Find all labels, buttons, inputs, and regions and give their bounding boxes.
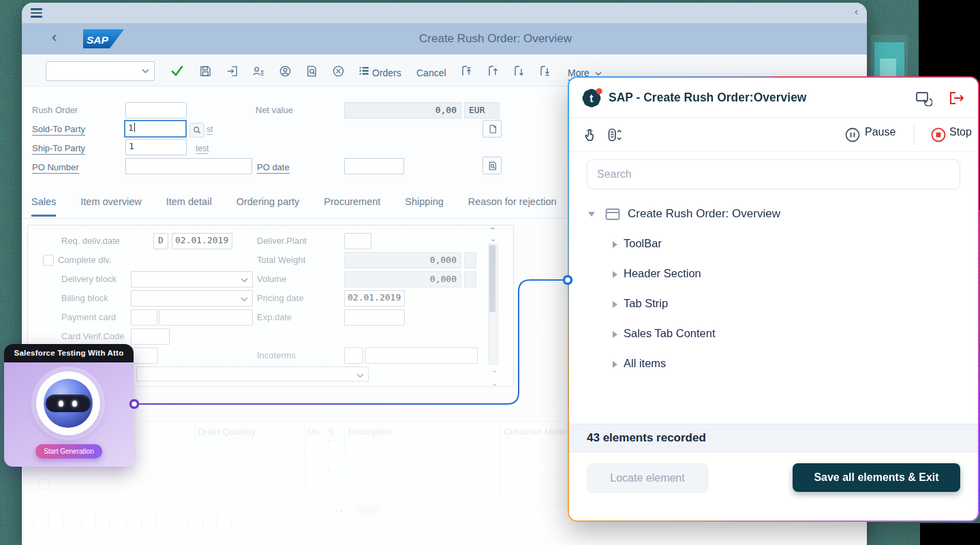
tree-item-sales-tab-content[interactable]: Sales Tab Content [624, 327, 716, 340]
elements-recorded-status: 43 elements recorded [587, 431, 706, 444]
bottom-icon[interactable] [48, 514, 63, 529]
bottom-icon[interactable] [81, 514, 95, 529]
tree-caret[interactable] [613, 361, 617, 368]
bottom-icon[interactable] [34, 514, 48, 529]
robot-eye-left [59, 401, 63, 407]
window-element-icon [604, 207, 621, 221]
exit-panel-icon[interactable] [947, 89, 966, 108]
robot-head [44, 379, 93, 428]
locate-element-button[interactable]: Locate element [587, 463, 708, 493]
recorder-panel: t SAP - Create Rush Order:Overview Pause [569, 78, 978, 520]
pause-icon[interactable] [843, 125, 862, 144]
tree-item-all-items[interactable]: All items [624, 357, 666, 370]
status-bar: 43 elements recorded [569, 424, 978, 452]
stop-icon[interactable] [929, 125, 948, 144]
robot-avatar [36, 371, 100, 435]
robot-visor [46, 394, 91, 412]
controls-divider [914, 123, 915, 145]
bottom-icon[interactable] [110, 514, 124, 529]
click-hand-icon[interactable] [580, 125, 599, 144]
tree-item-toolbar[interactable]: ToolBar [624, 237, 662, 250]
tree-item-tab-strip[interactable]: Tab Strip [624, 297, 668, 310]
bottom-icon[interactable] [127, 514, 142, 529]
bottom-icon[interactable] [142, 514, 156, 529]
atto-card-title: Salesforce Testing With Atto [4, 344, 134, 362]
atto-generation-card: Salesforce Testing With Atto Start Gener… [4, 344, 134, 467]
black-corner-bottom-right [920, 523, 980, 545]
tree-item-header-section[interactable]: Header Section [624, 267, 701, 280]
bottom-icon[interactable] [217, 514, 232, 529]
search-input[interactable] [587, 159, 960, 189]
pause-button[interactable]: Pause [865, 126, 895, 138]
panel-controls-row: Pause Stop [569, 117, 978, 152]
bottom-icon[interactable] [95, 514, 110, 529]
bottom-icon[interactable] [189, 514, 203, 529]
bottom-icon[interactable] [203, 514, 217, 529]
tree-caret[interactable] [613, 301, 617, 308]
screen: ‹ ‹ SAP Create Rush Order: Overview Orde… [0, 0, 980, 545]
tree-root-label[interactable]: Create Rush Order: Overview [628, 207, 780, 221]
tree-caret[interactable] [613, 331, 617, 338]
atto-logo: t [580, 87, 603, 110]
auto-scroll-icon[interactable] [604, 125, 624, 144]
panel-header: t SAP - Create Rush Order:Overview [569, 78, 978, 118]
save-all-elements-button[interactable]: Save all elements & Exit [793, 463, 960, 492]
atto-card-body: Start Generation [4, 362, 134, 467]
tree-expand-caret[interactable] [588, 212, 595, 217]
stop-button[interactable]: Stop [949, 126, 972, 138]
svg-text:t: t [589, 93, 594, 104]
bottom-icon[interactable] [156, 514, 170, 529]
robot-eye-right [72, 401, 77, 407]
tree-caret[interactable] [613, 241, 617, 248]
start-generation-button[interactable]: Start Generation [35, 444, 102, 458]
tree-caret[interactable] [613, 271, 617, 278]
recorder-panel-border: t SAP - Create Rush Order:Overview Pause [568, 76, 979, 522]
minimize-to-window-icon[interactable] [914, 89, 933, 108]
panel-title: SAP - Create Rush Order:Overview [609, 78, 806, 117]
bottom-icon[interactable] [63, 514, 77, 529]
